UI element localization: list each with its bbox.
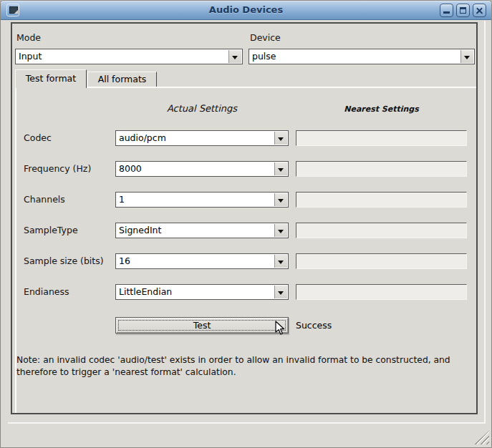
tab-pane — [15, 87, 476, 413]
audio-devices-window: Audio Devices Mode Input Device pulse Te… — [0, 0, 492, 448]
tab-test-format[interactable]: Test format — [15, 69, 87, 88]
tab-all-formats[interactable]: All formats — [87, 72, 157, 87]
chevron-down-icon[interactable] — [460, 50, 473, 63]
minimize-icon — [443, 11, 450, 14]
mode-value: Input — [19, 49, 228, 64]
maximize-button[interactable] — [456, 4, 470, 17]
minimize-button[interactable] — [440, 4, 453, 17]
window-title: Audio Devices — [1, 1, 491, 19]
mode-label: Mode — [16, 32, 41, 43]
device-value: pulse — [252, 49, 460, 64]
close-button[interactable] — [473, 4, 486, 17]
window-controls — [440, 4, 486, 17]
titlebar[interactable]: Audio Devices — [1, 1, 491, 20]
maximize-icon — [460, 7, 466, 14]
mouse-cursor — [275, 321, 286, 336]
mode-combobox[interactable]: Input — [15, 49, 243, 64]
device-label: Device — [250, 32, 281, 43]
chevron-down-icon[interactable] — [228, 50, 241, 63]
resize-grip[interactable] — [474, 431, 489, 444]
device-combobox[interactable]: pulse — [249, 49, 475, 64]
